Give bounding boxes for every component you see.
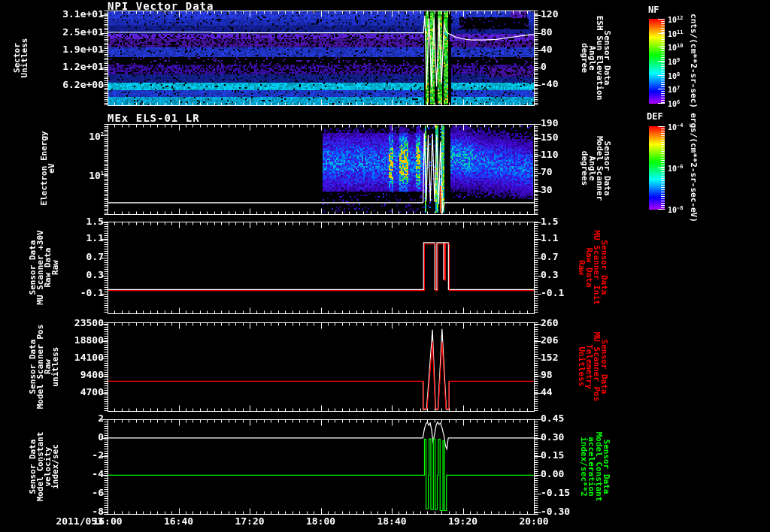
p1-right-tick-label: 120 [541, 9, 587, 20]
p4-right-tick-label: 206 [541, 335, 587, 346]
plot-figure: NPI Vector Data MEx ELS-01 LR Sector Uni… [0, 0, 770, 532]
p4-right-tick-label: 98 [541, 370, 587, 380]
p3-left-tick-label: 1.1 [41, 233, 104, 243]
p2-right-tick-label: 190 [541, 118, 587, 128]
x-axis-tick-label: 18:00 [299, 516, 344, 527]
p5-left-tick-label: -4 [41, 469, 104, 479]
colorbar-nf-tick-label: 1012 [668, 14, 693, 24]
colorbar-def-tick-label: 10-8 [668, 204, 693, 214]
colorbar-nf-title: NF [648, 5, 659, 15]
p5-right-tick-label: -0.15 [541, 488, 587, 498]
p1-right-tick-label: -40 [541, 79, 587, 89]
p2-left-tick-label: 102 [41, 129, 104, 142]
p5-right-tick-label: 0.45 [541, 413, 587, 424]
colorbar-nf-tick-label: 109 [668, 56, 693, 66]
p4-left-tick-label: 23500 [41, 318, 104, 328]
p5-left-tick-label: 2 [41, 413, 104, 424]
p2-right-tick-label: 70 [541, 167, 587, 177]
p1-left-tick-label: 3.1e+01 [41, 9, 104, 20]
colorbar-def-title: DEF [647, 111, 663, 122]
p1-right-tick-label: 80 [541, 27, 587, 38]
panel1-title: NPI Vector Data [108, 0, 214, 12]
p1-right-tick-label: 40 [541, 44, 587, 55]
p1-right-tick-label: 0 [541, 62, 587, 72]
colorbar-def-tick-label: 10-4 [668, 122, 693, 131]
p3-right-tick-label: -0.1 [541, 288, 587, 298]
chart-canvas [0, 0, 770, 532]
p3-right-tick-label: 0.3 [541, 270, 587, 280]
p2-left-tick-label: 101 [41, 168, 104, 181]
p3-left-tick-label: 1.5 [41, 216, 104, 227]
p5-right-tick-label: 0.00 [541, 469, 587, 479]
p3-left-tick-label: -0.1 [41, 288, 104, 298]
p2-right-tick-label: 30 [541, 185, 587, 195]
colorbar-nf-tick-label: 108 [668, 71, 693, 80]
p4-left-tick-label: 9400 [41, 370, 104, 380]
p1-left-tick-label: 6.2e+00 [41, 80, 104, 90]
colorbar-def-tick-label: 10-6 [668, 163, 693, 173]
p1-left-tick-label: 2.5e+01 [41, 27, 104, 38]
p2-right-tick-label: 110 [541, 150, 587, 160]
p4-left-tick-label: 18800 [41, 335, 104, 346]
p5-right-tick-label: 0.30 [541, 432, 587, 443]
x-axis-tick-label: 16:40 [156, 516, 202, 527]
p5-left-tick-label: 0 [41, 432, 104, 443]
p4-right-tick-label: 152 [541, 352, 587, 363]
p1-left-tick-label: 1.2e+01 [41, 62, 104, 72]
colorbar-nf-tick-label: 107 [668, 84, 693, 94]
p3-left-tick-label: 0.7 [41, 252, 104, 262]
p2-right-tick-label: 150 [541, 132, 587, 143]
colorbar-nf-tick-label: 106 [668, 98, 693, 108]
p3-right-tick-label: 1.5 [541, 216, 587, 227]
colorbar-nf-tick-label: 1010 [668, 42, 693, 52]
p4-right-tick-label: 260 [541, 318, 587, 328]
p4-right-tick-label: 44 [541, 387, 587, 397]
p5-left-tick-label: -2 [41, 450, 104, 461]
p3-left-tick-label: 0.3 [41, 270, 104, 280]
panel1-left-axis-label: Sector Unitless [14, 38, 29, 78]
x-axis-tick-label: 16:00 [85, 516, 130, 527]
x-axis-tick-label: 17:20 [227, 516, 272, 527]
p5-right-tick-label: 0.15 [541, 450, 587, 461]
p1-left-tick-label: 1.9e+01 [41, 44, 104, 55]
x-axis-tick-label: 20:00 [511, 516, 556, 527]
colorbar-nf-tick-label: 1011 [668, 29, 693, 38]
x-axis-tick-label: 18:40 [369, 516, 414, 527]
p5-left-tick-label: -6 [41, 488, 104, 498]
p3-right-tick-label: 1.1 [541, 233, 587, 243]
x-axis-tick-label: 19:20 [441, 516, 486, 527]
p4-left-tick-label: 14100 [41, 352, 104, 363]
p3-right-tick-label: 0.7 [541, 252, 587, 262]
panel2-title: MEx ELS-01 LR [108, 112, 200, 124]
p4-left-tick-label: 4700 [41, 387, 104, 397]
